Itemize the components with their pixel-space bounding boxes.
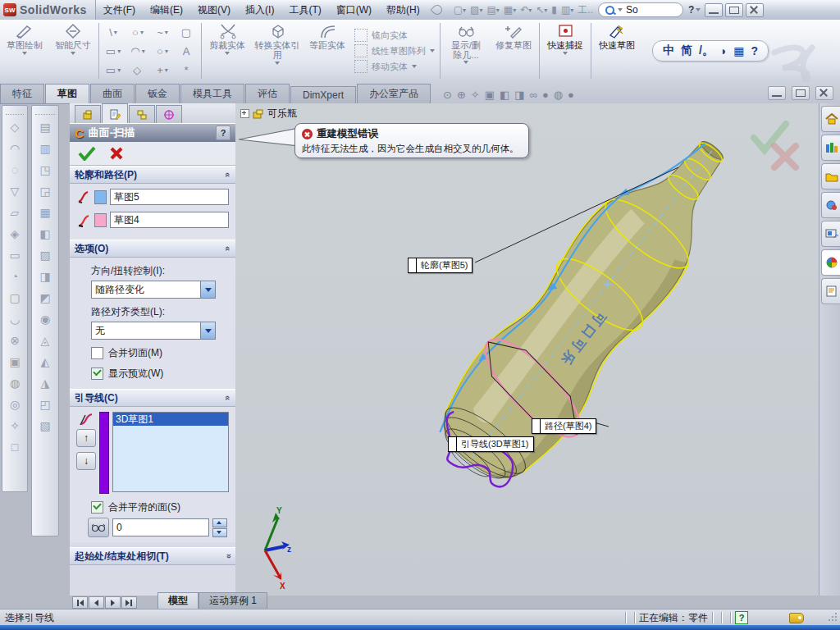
repair-sketch-button[interactable]: 修复草图 <box>490 20 537 82</box>
doc-minimize-button[interactable] <box>768 86 786 100</box>
trim-entities-button[interactable]: 剪裁实体 <box>203 20 251 82</box>
flyout-tree-item[interactable]: 可乐瓶 <box>240 107 297 121</box>
ime-button[interactable]: /。 <box>699 43 714 58</box>
profile-selection-box[interactable]: 草图5 <box>110 189 229 205</box>
toolbar-button[interactable]: □ <box>2 436 27 458</box>
callout-path[interactable]: 路径(草图4) <box>532 418 596 434</box>
callout-grip[interactable] <box>449 437 457 451</box>
toolbar-button[interactable]: ◨ <box>32 266 58 287</box>
toolbar-button[interactable]: ✧ <box>2 415 27 436</box>
move-down-button[interactable]: ↓ <box>76 452 96 470</box>
expand-icon[interactable] <box>240 109 249 118</box>
toolbar-grip[interactable] <box>35 107 55 115</box>
tab-sketch[interactable]: 草图 <box>45 84 89 103</box>
taskpane-tab-appearances[interactable] <box>821 249 840 276</box>
status-help-icon[interactable]: ? <box>735 611 748 624</box>
show-sections-button[interactable] <box>88 518 109 537</box>
toolbar-button[interactable]: ◩ <box>32 287 58 308</box>
toolbar-button[interactable]: ▢ <box>2 287 27 308</box>
tag-icon[interactable] <box>789 613 804 623</box>
ime-button[interactable]: ▦ <box>733 44 744 57</box>
smooth-checkbox[interactable] <box>91 501 103 514</box>
ok-button[interactable] <box>78 146 96 161</box>
panel-help-button[interactable]: ? <box>216 126 231 140</box>
view-tool-icon[interactable]: ∞ <box>530 89 537 101</box>
toolbar-button[interactable]: ◔ <box>2 266 27 287</box>
spin-up-button[interactable] <box>212 518 227 527</box>
taskpane-tab-custom-properties[interactable] <box>821 278 840 304</box>
guide-curve-item-selected[interactable]: 3D草图1 <box>113 413 228 426</box>
quick-snaps-button[interactable]: 快速捕捉 <box>541 20 589 82</box>
help-button[interactable]: ? <box>687 3 702 16</box>
mirror-entities-button[interactable]: 镜向实体 <box>354 29 435 42</box>
toolbar-button[interactable]: ⊗ <box>2 330 27 351</box>
path-selection-box[interactable]: 草图4 <box>110 212 229 228</box>
standard-toolbar-button[interactable]: ▮ <box>550 3 559 16</box>
tab-motion-study[interactable]: 运动算例 1 <box>199 592 267 609</box>
doc-close-button[interactable] <box>815 86 833 100</box>
move-up-button[interactable]: ↑ <box>76 429 96 447</box>
toolbar-button[interactable]: ◠ <box>2 138 27 159</box>
section-tangency[interactable]: 起始处/结束处相切(T)« <box>70 547 235 565</box>
search-input[interactable]: So <box>626 4 638 16</box>
tab-configurationmanager[interactable] <box>129 105 155 123</box>
prev-tab-button[interactable] <box>89 596 104 609</box>
doc-restore-button[interactable] <box>792 86 810 100</box>
dropdown-arrow-icon[interactable] <box>200 322 215 339</box>
toolbar-button[interactable]: ◉ <box>32 308 58 330</box>
ime-button[interactable]: ◗ <box>720 44 727 57</box>
sketch-tool-button[interactable]: ▭▾ <box>101 42 126 61</box>
tab-featuremanager-tree[interactable] <box>75 105 101 123</box>
callout-grip[interactable] <box>532 419 541 433</box>
standard-toolbar-button[interactable]: ▦▾ <box>502 3 518 16</box>
tab-dimxpert[interactable]: DimXpert <box>290 86 356 103</box>
toolbar-button[interactable]: ◎ <box>2 394 27 415</box>
menu-item[interactable]: 窗口(W) <box>329 1 379 20</box>
first-tab-button[interactable] <box>72 596 88 609</box>
view-tool-icon[interactable]: ● <box>542 89 549 101</box>
section-number-input[interactable]: 0 <box>112 518 209 536</box>
close-button[interactable] <box>746 3 764 17</box>
viewport-cancel-button[interactable] <box>774 146 796 167</box>
menu-item[interactable]: 视图(V) <box>190 1 238 20</box>
sketch-tool-button[interactable]: +▾ <box>150 61 175 80</box>
tab-surfaces[interactable]: 曲面 <box>90 84 135 103</box>
search-dropdown-icon[interactable] <box>618 8 623 11</box>
callout-guide[interactable]: 引导线(3D草图1) <box>448 436 534 452</box>
merge-checkbox[interactable] <box>91 347 103 359</box>
toolbar-button[interactable]: ◲ <box>32 180 58 202</box>
view-tool-icon[interactable]: ✧ <box>471 89 480 101</box>
merge-tangent-faces-row[interactable]: 合并切面(M) <box>91 346 229 360</box>
menu-item[interactable]: 编辑(E) <box>143 1 190 20</box>
view-tool-icon[interactable]: ● <box>568 89 574 101</box>
next-tab-button[interactable] <box>105 596 121 609</box>
search-box[interactable]: So <box>598 2 683 17</box>
toolbar-button[interactable]: ◇ <box>2 116 27 138</box>
view-tool-icon[interactable]: ◧ <box>500 89 509 101</box>
callout-grip[interactable] <box>409 258 417 272</box>
tab-dimxpertmanager[interactable] <box>156 105 182 123</box>
display-delete-relations-button[interactable]: 显示/删 除几... <box>442 20 490 82</box>
view-tool-icon[interactable]: ⊙ <box>443 89 452 101</box>
menu-item[interactable]: 帮助(H) <box>379 1 427 20</box>
cancel-button[interactable] <box>109 146 124 161</box>
show-preview-row[interactable]: 显示预览(W) <box>91 367 229 381</box>
toolbar-button[interactable]: ▱ <box>2 202 27 223</box>
tab-evaluate[interactable]: 评估 <box>245 84 290 103</box>
ime-button[interactable]: ? <box>751 44 759 57</box>
preview-checkbox[interactable] <box>91 368 103 380</box>
sketch-tool-button[interactable]: \▾ <box>101 23 126 42</box>
toolbar-button[interactable]: ◍ <box>2 372 27 394</box>
resize-grip[interactable] <box>829 613 838 623</box>
tab-mold-tools[interactable]: 模具工具 <box>180 84 244 103</box>
viewport-ok-button[interactable] <box>754 124 786 150</box>
sketch-tool-button[interactable]: ○▾ <box>126 23 150 42</box>
view-tool-icon[interactable]: ◨ <box>514 89 524 101</box>
maximize-button[interactable] <box>725 3 743 17</box>
tab-office-products[interactable]: 办公室产品 <box>357 84 431 103</box>
smart-dimension-button[interactable]: 智能尺寸 <box>49 20 97 82</box>
menu-item[interactable]: 文件(F) <box>96 1 143 20</box>
spin-down-button[interactable] <box>212 528 227 537</box>
toolbar-button[interactable]: ▨ <box>32 244 58 266</box>
view-tool-icon[interactable]: ⊕ <box>457 89 466 101</box>
